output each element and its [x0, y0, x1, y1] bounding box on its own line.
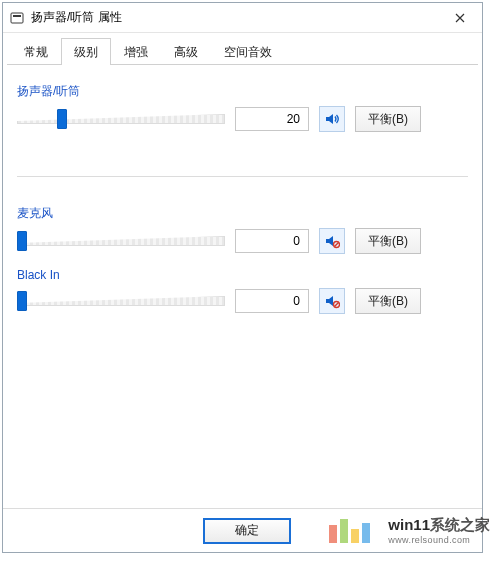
speaker-icon	[324, 111, 340, 127]
input-0-volume-value[interactable]	[235, 229, 309, 253]
window-icon	[9, 10, 25, 26]
input-0-slider-wrap	[17, 228, 225, 254]
titlebar: 扬声器/听筒 属性	[3, 3, 482, 33]
tab-enhance[interactable]: 增强	[111, 38, 161, 65]
tab-levels[interactable]: 级别	[61, 38, 111, 65]
watermark-line1a: win11	[388, 516, 430, 533]
watermark-text: win11 系统之家 www.relsound.com	[388, 516, 490, 545]
logo-block-1	[329, 525, 337, 543]
watermark-line1b: 系统之家	[430, 516, 490, 533]
output-label: 扬声器/听筒	[17, 83, 468, 100]
close-icon	[455, 13, 465, 23]
input-1-balance-button[interactable]: 平衡(B)	[355, 288, 421, 314]
tab-content-levels: 扬声器/听筒 平衡(B) 麦克风	[3, 65, 482, 552]
input-0-mute-button[interactable]	[319, 228, 345, 254]
input-1-volume-slider[interactable]	[17, 288, 225, 314]
tab-advanced[interactable]: 高级	[161, 38, 211, 65]
svg-rect-0	[11, 13, 23, 23]
input-1-row: 平衡(B)	[17, 288, 468, 314]
output-volume-slider[interactable]	[17, 106, 225, 132]
watermark-logo	[329, 519, 370, 543]
input-0-balance-button[interactable]: 平衡(B)	[355, 228, 421, 254]
speaker-muted-icon	[324, 293, 340, 309]
inputs-group: 麦克风 平衡(B) Black In	[17, 205, 468, 314]
input-0-label: 麦克风	[17, 205, 468, 222]
watermark-line2: www.relsound.com	[388, 535, 490, 545]
logo-block-2	[340, 519, 348, 543]
output-balance-button[interactable]: 平衡(B)	[355, 106, 421, 132]
tab-general[interactable]: 常规	[11, 38, 61, 65]
window-title: 扬声器/听筒 属性	[31, 9, 437, 26]
logo-block-3	[351, 529, 359, 543]
speaker-muted-icon	[324, 233, 340, 249]
output-volume-value[interactable]	[235, 107, 309, 131]
input-1-mute-button[interactable]	[319, 288, 345, 314]
close-button[interactable]	[437, 3, 482, 32]
section-divider	[17, 176, 468, 177]
input-1-volume-value[interactable]	[235, 289, 309, 313]
output-mute-button[interactable]	[319, 106, 345, 132]
output-row: 平衡(B)	[17, 106, 468, 132]
svg-rect-1	[13, 15, 21, 17]
input-0-row: 平衡(B)	[17, 228, 468, 254]
input-1-slider-wrap	[17, 288, 225, 314]
tab-spatial[interactable]: 空间音效	[211, 38, 285, 65]
input-1-label: Black In	[17, 268, 468, 282]
ok-button[interactable]: 确定	[203, 518, 291, 544]
properties-dialog: 扬声器/听筒 属性 常规 级别 增强 高级 空间音效 扬声器/听筒	[2, 2, 483, 553]
tab-strip: 常规 级别 增强 高级 空间音效	[3, 37, 482, 65]
input-0-volume-slider[interactable]	[17, 228, 225, 254]
logo-block-4	[362, 523, 370, 543]
output-slider-wrap	[17, 106, 225, 132]
